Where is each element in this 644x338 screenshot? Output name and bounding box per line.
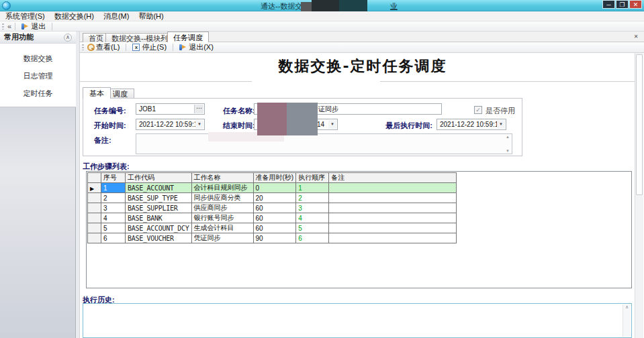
cell-remark[interactable] xyxy=(329,223,457,233)
cell-seq[interactable]: 6 xyxy=(101,233,126,243)
window-title-suffix: 业 xyxy=(390,1,398,11)
cell-name[interactable]: 银行账号同步 xyxy=(191,213,253,223)
current-row-arrow-icon: ▶ xyxy=(90,186,94,192)
cell-code[interactable]: BASE_SUPPLIER xyxy=(126,203,192,213)
menu-data-exchange[interactable]: 数据交换(H) xyxy=(54,11,94,21)
table-row[interactable]: 2 BASE_SUP_TYPE 同步供应商分类 20 2 xyxy=(88,193,457,203)
table-row[interactable]: 4 BASE_BANK 银行账号同步 60 4 xyxy=(88,213,457,223)
remark-textarea[interactable]: ▲ ▼ xyxy=(136,133,512,154)
cell-name[interactable]: 生成会计科目 xyxy=(191,223,253,233)
disabled-checkbox-label: 是否停用 xyxy=(486,106,515,116)
cell-code[interactable]: BASE_SUP_TYPE xyxy=(126,193,192,203)
stop-button[interactable]: x 停止(S) xyxy=(130,42,169,53)
last-exec-time-field[interactable]: 2021-12-22 10:59:14 ▼ xyxy=(436,119,506,130)
table-row[interactable]: 5 BASE_ACCOUNT_DCY 生成会计科目 60 5 xyxy=(88,223,457,233)
quick-toolbar: « 退出 xyxy=(0,21,644,32)
cell-name[interactable]: 同步供应商分类 xyxy=(191,193,253,203)
chevron-up-icon[interactable]: ∧ xyxy=(64,34,72,42)
cell-remark[interactable] xyxy=(329,193,457,203)
start-time-field[interactable]: 2021-12-22 10:59:14 ▼ xyxy=(136,119,205,130)
quick-exit-label: 退出 xyxy=(31,21,46,32)
cell-order[interactable]: 5 xyxy=(296,223,329,233)
cell-order[interactable]: 1 xyxy=(296,183,329,193)
job-no-field[interactable]: JOB1 ⋯ xyxy=(136,103,205,115)
sidebar-item-log-management[interactable]: 日志管理 xyxy=(0,71,76,82)
app-logo-icon xyxy=(2,1,11,10)
close-button[interactable]: ✕ xyxy=(629,0,642,9)
col-remark[interactable]: 备注 xyxy=(329,173,457,183)
job-no-value: JOB1 xyxy=(136,105,156,113)
quick-exit-button[interactable]: 退出 xyxy=(19,21,48,32)
start-time-value: 2021-12-22 10:59:14 xyxy=(136,121,201,128)
view-button[interactable]: 查看(L) xyxy=(84,42,122,53)
table-row[interactable]: 3 BASE_SUPPLIER 供应商同步 60 3 xyxy=(88,203,457,213)
cell-seq[interactable]: 1 xyxy=(101,183,126,193)
table-row[interactable]: ▶ 1 BASE_ACCOUNT 会计科目规则同步 0 1 xyxy=(88,183,457,193)
cell-code[interactable]: BASE_ACCOUNT xyxy=(126,183,192,193)
disabled-checkbox[interactable]: ✓ xyxy=(474,106,482,114)
cell-prep[interactable]: 60 xyxy=(253,223,296,233)
cell-remark[interactable] xyxy=(329,183,457,193)
tab-close-icon[interactable]: ✕ xyxy=(632,33,640,41)
toolbar-separator xyxy=(173,44,173,51)
job-name-label: 任务名称: xyxy=(223,106,255,116)
menu-help[interactable]: 帮助(H) xyxy=(138,11,163,21)
sidebar-header: 常用功能 ∧ xyxy=(0,32,76,44)
cell-prep[interactable]: 60 xyxy=(253,203,296,213)
last-exec-time-label: 最后执行时间: xyxy=(383,121,432,131)
cell-order[interactable]: 4 xyxy=(296,213,329,223)
chevron-down-icon[interactable]: ▼ xyxy=(497,120,505,129)
cell-prep[interactable]: 20 xyxy=(253,193,296,203)
cell-order[interactable]: 3 xyxy=(296,203,329,213)
scroll-up-icon[interactable]: ▲ xyxy=(505,135,510,139)
cell-code[interactable]: BASE_BANK xyxy=(126,213,192,223)
cell-code[interactable]: BASE_VOUCHER xyxy=(126,233,192,243)
cell-remark[interactable] xyxy=(329,213,457,223)
cell-name[interactable]: 会计科目规则同步 xyxy=(191,183,253,193)
cell-seq[interactable]: 5 xyxy=(101,223,126,233)
cell-seq[interactable]: 4 xyxy=(101,213,126,223)
cell-seq[interactable]: 2 xyxy=(101,193,126,203)
sidebar-item-scheduled-tasks[interactable]: 定时任务 xyxy=(0,89,76,99)
chevron-down-icon[interactable]: ▼ xyxy=(328,120,336,129)
menu-system[interactable]: 系统管理(S) xyxy=(5,11,45,21)
sidebar-item-data-exchange[interactable]: 数据交换 xyxy=(0,54,76,64)
cell-order[interactable]: 6 xyxy=(296,233,329,243)
col-seq[interactable]: 序号 xyxy=(101,173,126,183)
col-prep[interactable]: 准备用时(秒) xyxy=(253,173,296,183)
collapse-sidebar-button[interactable]: « xyxy=(7,22,11,30)
cell-code[interactable]: BASE_ACCOUNT_DCY xyxy=(126,223,192,233)
table-row[interactable]: 6 BASE_VOUCHER 凭证同步 90 6 xyxy=(88,233,457,243)
menu-message[interactable]: 消息(M) xyxy=(103,11,130,21)
ellipsis-button[interactable]: ⋯ xyxy=(194,105,203,113)
scrollbar[interactable]: ∧ xyxy=(623,304,631,337)
tab-basic[interactable]: 基本 xyxy=(83,87,111,99)
cell-prep[interactable]: 0 xyxy=(253,183,296,193)
main-scrollbar[interactable] xyxy=(635,53,643,338)
cell-remark[interactable] xyxy=(329,233,457,243)
restore-button[interactable]: ❐ xyxy=(616,0,629,9)
cell-seq[interactable]: 3 xyxy=(101,203,126,213)
exit-icon xyxy=(21,23,29,30)
col-code[interactable]: 工作代码 xyxy=(126,173,192,183)
toolbar-grip xyxy=(2,23,4,30)
cell-order[interactable]: 2 xyxy=(296,193,329,203)
history-textarea[interactable]: ∧ xyxy=(83,303,632,338)
scroll-down-icon[interactable]: ▼ xyxy=(505,149,510,153)
cell-remark[interactable] xyxy=(329,203,457,213)
search-icon xyxy=(87,44,94,51)
minimize-button[interactable]: ─ xyxy=(602,0,615,9)
exit-button[interactable]: 退出(X) xyxy=(177,42,216,53)
scroll-up-icon[interactable]: ∧ xyxy=(625,304,629,309)
col-name[interactable]: 工作名称 xyxy=(191,173,253,183)
tab-task-schedule[interactable]: 任务调度 xyxy=(167,32,209,42)
row-header xyxy=(88,173,101,183)
cell-name[interactable]: 凭证同步 xyxy=(191,233,253,243)
chevron-down-icon[interactable]: ▼ xyxy=(195,120,203,129)
scrollbar-thumb[interactable] xyxy=(636,54,643,195)
cell-name[interactable]: 供应商同步 xyxy=(191,203,253,213)
cell-prep[interactable]: 90 xyxy=(253,233,296,243)
col-order[interactable]: 执行顺序 xyxy=(296,173,329,183)
cell-prep[interactable]: 60 xyxy=(253,213,296,223)
scrollbar[interactable]: ▲ ▼ xyxy=(505,135,510,153)
